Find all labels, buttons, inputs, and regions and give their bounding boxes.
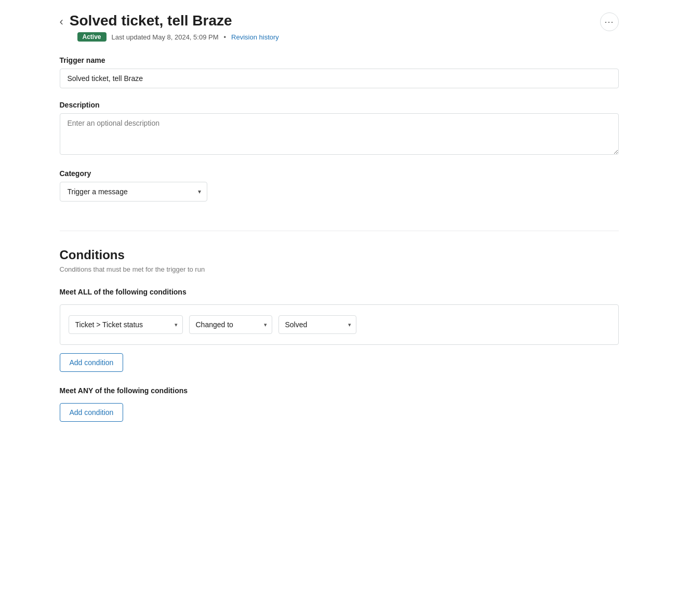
conditions-subtitle: Conditions that must be met for the trig… <box>60 265 619 273</box>
condition-operator-wrapper: Changed to ▾ <box>189 315 272 334</box>
last-updated-text: Last updated May 8, 2024, 5:09 PM <box>112 33 219 41</box>
condition-field-select[interactable]: Ticket > Ticket status <box>69 315 183 334</box>
revision-history-link[interactable]: Revision history <box>231 33 279 41</box>
more-options-button[interactable]: ··· <box>600 12 619 31</box>
page-title: Solved ticket, tell Braze <box>70 12 232 29</box>
subtitle-row: Active Last updated May 8, 2024, 5:09 PM… <box>77 32 279 42</box>
condition-operator-select[interactable]: Changed to <box>189 315 272 334</box>
all-conditions-title: Meet ALL of the following conditions <box>60 288 619 296</box>
header-left: ‹ Solved ticket, tell Braze Active Last … <box>60 12 279 42</box>
all-conditions-group: Meet ALL of the following conditions Tic… <box>60 288 619 372</box>
any-conditions-group: Meet ANY of the following conditions Add… <box>60 386 619 422</box>
conditions-title: Conditions <box>60 248 619 262</box>
description-label: Description <box>60 101 619 109</box>
description-group: Description <box>60 101 619 157</box>
category-group: Category Trigger a message Notification … <box>60 169 619 202</box>
condition-field-wrapper: Ticket > Ticket status ▾ <box>69 315 183 334</box>
more-icon: ··· <box>604 17 614 28</box>
any-conditions-title: Meet ANY of the following conditions <box>60 386 619 395</box>
trigger-name-input[interactable] <box>60 69 619 88</box>
separator: • <box>224 33 227 41</box>
trigger-name-group: Trigger name <box>60 56 619 88</box>
add-all-condition-button[interactable]: Add condition <box>60 353 124 372</box>
category-select[interactable]: Trigger a message Notification Other <box>60 182 207 202</box>
condition-value-wrapper: Solved ▾ <box>278 315 356 334</box>
trigger-name-label: Trigger name <box>60 56 619 64</box>
status-badge: Active <box>77 32 107 42</box>
conditions-section: Conditions Conditions that must be met f… <box>60 248 619 422</box>
category-label: Category <box>60 169 619 178</box>
page-header: ‹ Solved ticket, tell Braze Active Last … <box>60 12 619 42</box>
description-input[interactable] <box>60 113 619 155</box>
all-conditions-box: Ticket > Ticket status ▾ Changed to ▾ <box>60 304 619 345</box>
condition-row-1: Ticket > Ticket status ▾ Changed to ▾ <box>69 315 610 334</box>
form-section: Trigger name Description Category Trigge… <box>60 56 619 231</box>
add-any-condition-button[interactable]: Add condition <box>60 403 124 422</box>
condition-value-select[interactable]: Solved <box>278 315 356 334</box>
title-row: ‹ Solved ticket, tell Braze <box>60 12 279 29</box>
back-button[interactable]: ‹ <box>60 14 63 28</box>
category-select-wrapper: Trigger a message Notification Other ▾ <box>60 182 207 202</box>
